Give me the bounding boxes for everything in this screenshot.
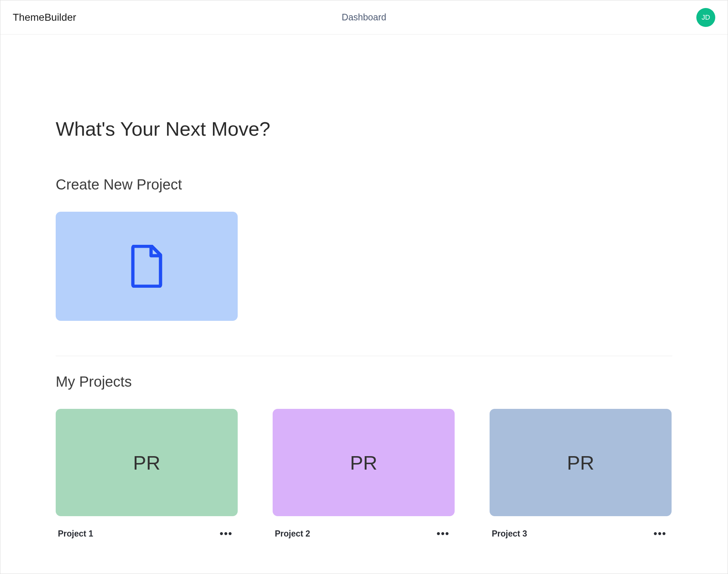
project-footer: Project 3 •••: [490, 526, 672, 541]
project-item: PR Project 3 •••: [490, 409, 672, 541]
project-footer: Project 2 •••: [273, 526, 455, 541]
more-icon[interactable]: •••: [217, 526, 236, 541]
main-content: What's Your Next Move? Create New Projec…: [0, 35, 728, 574]
more-icon[interactable]: •••: [651, 526, 669, 541]
project-card[interactable]: PR: [490, 409, 672, 516]
my-projects-title: My Projects: [56, 374, 672, 390]
section-divider: [56, 356, 672, 356]
project-card[interactable]: PR: [56, 409, 238, 516]
page-label: Dashboard: [342, 12, 386, 23]
header-right: JD: [696, 8, 715, 27]
app-window: ThemeBuilder Dashboard JD What's Your Ne…: [0, 0, 728, 574]
project-item: PR Project 2 •••: [273, 409, 455, 541]
project-footer: Project 1 •••: [56, 526, 238, 541]
projects-row: PR Project 1 ••• PR Project 2 ••• PR: [56, 409, 672, 541]
project-item: PR Project 1 •••: [56, 409, 238, 541]
project-card-label: PR: [350, 451, 377, 474]
project-card[interactable]: PR: [273, 409, 455, 516]
header: ThemeBuilder Dashboard JD: [0, 0, 728, 35]
app-name: ThemeBuilder: [13, 12, 76, 23]
project-name: Project 3: [492, 529, 527, 539]
more-icon[interactable]: •••: [434, 526, 452, 541]
project-name: Project 2: [275, 529, 310, 539]
project-name: Project 1: [58, 529, 93, 539]
avatar[interactable]: JD: [696, 8, 715, 27]
create-section-title: Create New Project: [56, 176, 672, 193]
create-new-project-card[interactable]: [56, 212, 238, 321]
project-card-label: PR: [133, 451, 160, 474]
file-icon: [130, 245, 163, 288]
page-title: What's Your Next Move?: [56, 117, 672, 140]
project-card-label: PR: [567, 451, 594, 474]
